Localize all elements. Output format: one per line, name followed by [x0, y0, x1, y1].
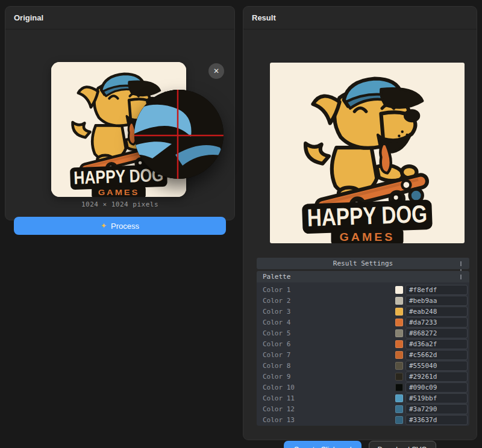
palette-row: Color 12#3a7290: [257, 403, 469, 414]
palette-color-label: Color 10: [263, 384, 393, 391]
palette-color-swatch[interactable]: [395, 286, 403, 294]
palette-color-swatch[interactable]: [395, 373, 403, 381]
palette-color-hex-input[interactable]: #519bbf: [405, 393, 468, 403]
result-image: HAPPY DOG GAMES: [270, 63, 465, 243]
palette-row: Color 7#c5662d: [257, 349, 469, 360]
image-dimensions-caption: 1024 × 1024 pixels: [5, 201, 234, 208]
download-svg-button[interactable]: Download SVG: [369, 441, 436, 448]
palette-row: Color 11#519bbf: [257, 393, 469, 403]
happy-dog-logo: HAPPY DOG GAMES: [270, 63, 465, 243]
palette-label: Palette: [263, 273, 290, 281]
palette-row: Color 8#555040: [257, 360, 469, 371]
palette-section-header[interactable]: Palette: [257, 271, 469, 282]
palette-color-label: Color 4: [263, 319, 393, 326]
copy-to-clipboard-button[interactable]: Copy to Clipboard: [284, 441, 361, 448]
palette-color-swatch[interactable]: [395, 384, 403, 391]
palette-color-hex-input[interactable]: #29261d: [405, 372, 468, 382]
palette-color-label: Color 2: [263, 297, 393, 305]
palette-color-label: Color 11: [263, 394, 393, 402]
palette-color-label: Color 1: [263, 286, 393, 294]
palette-color-swatch[interactable]: [395, 416, 403, 424]
palette-row: Color 1#f8efdf: [257, 284, 469, 295]
result-panel-title: Result: [243, 7, 477, 30]
palette-color-hex-input[interactable]: #33637d: [405, 415, 468, 425]
svg-text:HAPPY DOG: HAPPY DOG: [307, 200, 428, 232]
palette-color-hex-input[interactable]: #555040: [405, 361, 468, 371]
palette-color-swatch[interactable]: [395, 329, 403, 337]
palette-color-swatch[interactable]: [395, 351, 403, 359]
palette-color-swatch[interactable]: [395, 405, 403, 413]
palette-color-hex-input[interactable]: #beb9aa: [405, 296, 468, 306]
palette-color-swatch[interactable]: [395, 297, 403, 305]
palette-color-swatch[interactable]: [395, 394, 403, 402]
process-button[interactable]: ✦ Process: [14, 217, 226, 235]
original-panel: Original: [5, 6, 235, 220]
palette-color-label: Color 7: [263, 351, 393, 359]
palette-color-label: Color 3: [263, 308, 393, 316]
palette-row: Color 2#beb9aa: [257, 295, 469, 306]
palette-color-hex-input[interactable]: #d36a2f: [405, 339, 468, 349]
palette-color-hex-input[interactable]: #090c09: [405, 382, 468, 393]
palette-color-hex-input[interactable]: #868272: [405, 328, 468, 338]
palette-color-label: Color 9: [263, 373, 393, 381]
palette-color-hex-input[interactable]: #c5662d: [405, 350, 468, 360]
process-button-label: Process: [111, 222, 139, 231]
sparkles-icon: ✦: [101, 222, 107, 230]
palette-color-label: Color 13: [263, 416, 393, 424]
palette-color-swatch[interactable]: [395, 319, 403, 326]
palette-color-hex-input[interactable]: #da7233: [405, 317, 468, 328]
original-panel-title: Original: [5, 7, 234, 30]
palette-row: Color 13#33637d: [257, 414, 469, 425]
palette-row: Color 9#29261d: [257, 371, 469, 382]
loupe-pixels: [134, 90, 224, 179]
palette-row: Color 5#868272: [257, 328, 469, 338]
palette-color-label: Color 12: [263, 405, 393, 413]
close-icon[interactable]: ✕: [208, 63, 224, 79]
palette-color-hex-input[interactable]: #f8efdf: [405, 285, 468, 295]
palette-row: Color 10#090c09: [257, 382, 469, 393]
magnifier-loupe: [134, 90, 224, 179]
palette-color-hex-input[interactable]: #3a7290: [405, 404, 468, 414]
collapse-handle-icon: [460, 261, 465, 266]
palette-rows: Color 1#f8efdfColor 2#beb9aaColor 3#eab2…: [257, 282, 469, 426]
result-panel: Result: [243, 6, 477, 440]
palette-color-label: Color 5: [263, 329, 393, 337]
result-settings-label: Result Settings: [333, 260, 393, 267]
palette-row: Color 3#eab248: [257, 306, 469, 317]
palette-color-label: Color 6: [263, 340, 393, 348]
palette-color-swatch[interactable]: [395, 340, 403, 348]
svg-text:GAMES: GAMES: [340, 231, 395, 243]
collapse-handle-icon: [460, 275, 465, 279]
palette-row: Color 4#da7233: [257, 317, 469, 328]
palette-color-swatch[interactable]: [395, 362, 403, 370]
result-actions: Copy to Clipboard Download SVG: [243, 441, 477, 448]
palette-color-hex-input[interactable]: #eab248: [405, 306, 468, 317]
palette-row: Color 6#d36a2f: [257, 338, 469, 349]
result-settings-bar[interactable]: Result Settings: [257, 258, 469, 269]
palette-color-swatch[interactable]: [395, 308, 403, 316]
svg-text:GAMES: GAMES: [98, 188, 140, 197]
palette-color-label: Color 8: [263, 362, 393, 370]
